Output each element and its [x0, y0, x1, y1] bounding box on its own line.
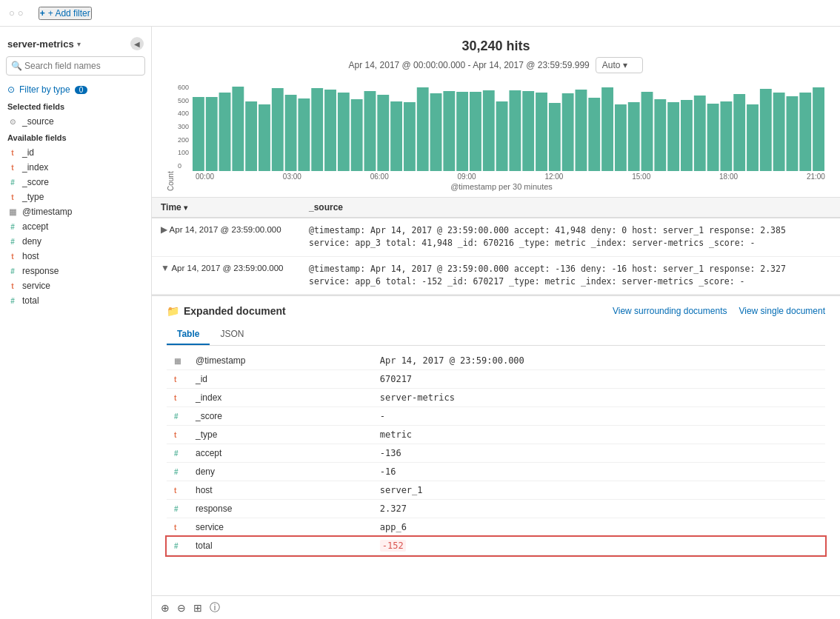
doc-field-value-cell: app_6: [373, 518, 825, 537]
expanded-title-text: Expanded document: [184, 305, 286, 317]
field-type-icon: #: [7, 297, 18, 305]
y-tick-500: 500: [178, 97, 189, 104]
svg-rect-26: [536, 93, 547, 171]
svg-rect-6: [272, 88, 284, 171]
svg-rect-35: [654, 99, 666, 171]
expanded-doc-table: ▦ @timestamp Apr 14, 2017 @ 23:59:00.000…: [167, 352, 825, 555]
x-axis-label: @timestamp per 30 minutes: [178, 182, 825, 191]
field-type-icon: t: [7, 164, 18, 172]
doc-field-value-cell: metric: [373, 426, 825, 444]
x-tick-0300: 03:00: [283, 173, 301, 181]
y-tick-100: 100: [178, 149, 189, 156]
search-field-input[interactable]: [6, 56, 145, 76]
doc-table-row: # deny -16: [167, 463, 825, 481]
svg-rect-21: [470, 92, 481, 171]
field-name-text: _score: [22, 177, 49, 187]
auto-dropdown[interactable]: Auto ▾: [596, 57, 644, 73]
doc-field-value-cell: server_1: [373, 481, 825, 500]
tab-json[interactable]: JSON: [210, 324, 254, 345]
filter-by-type[interactable]: ⊙ Filter by type 0: [0, 81, 151, 98]
doc-table-row: # total -152: [167, 537, 825, 555]
field-item-accept[interactable]: #accept: [0, 219, 151, 234]
view-surrounding-link[interactable]: View surrounding documents: [613, 306, 727, 316]
field-name-text: _type: [22, 192, 44, 202]
svg-rect-24: [509, 90, 521, 171]
field-name-text: @timestamp: [22, 207, 73, 217]
grid-icon[interactable]: ⊞: [193, 602, 202, 614]
index-selector[interactable]: server-metrics ▾: [7, 39, 81, 50]
expand-row-button[interactable]: ▶: [161, 224, 167, 235]
svg-rect-25: [522, 91, 534, 171]
circle-icon2: ○: [18, 7, 24, 19]
zoom-in-icon[interactable]: ⊕: [161, 602, 170, 614]
svg-rect-38: [694, 96, 706, 171]
field-name-text: _id: [22, 147, 34, 158]
expanded-doc: 📁 Expanded document View surrounding doc…: [152, 295, 840, 564]
doc-table-row: t _index server-metrics: [167, 389, 825, 407]
doc-field-name: _index: [188, 389, 373, 407]
y-tick-0: 0: [178, 162, 189, 170]
field-type-icon: ▦: [7, 207, 18, 217]
svg-rect-22: [483, 90, 495, 171]
field-type-icon: #: [7, 267, 18, 275]
svg-rect-5: [259, 104, 270, 171]
field-value: metric: [380, 429, 412, 440]
sort-icon: ▾: [184, 204, 187, 212]
circle-icon: ○: [9, 7, 15, 19]
svg-rect-30: [588, 98, 600, 171]
info-icon[interactable]: ⓘ: [210, 601, 220, 615]
selected-field-source[interactable]: ⊙ _source: [0, 114, 151, 129]
field-item-total[interactable]: #total: [0, 293, 151, 308]
svg-rect-12: [351, 99, 363, 171]
doc-table-row: t service app_6: [167, 518, 825, 537]
doc-field-name: deny: [188, 463, 373, 481]
field-value: server-metrics: [380, 392, 455, 403]
doc-field-value-cell: Apr 14, 2017 @ 23:59:00.000: [373, 352, 825, 370]
doc-field-type: t: [174, 523, 176, 532]
doc-table-row: # accept -136: [167, 444, 825, 463]
field-value: -: [380, 411, 385, 421]
view-single-link[interactable]: View single document: [739, 306, 825, 316]
search-icon: 🔍: [11, 61, 22, 71]
field-item-response[interactable]: #response: [0, 264, 151, 278]
available-fields-header: Available fields: [0, 129, 151, 145]
field-item-deny[interactable]: #deny: [0, 234, 151, 249]
svg-rect-45: [787, 96, 799, 171]
field-item-_type[interactable]: t_type: [0, 190, 151, 204]
svg-rect-47: [813, 87, 824, 171]
zoom-out-icon[interactable]: ⊖: [177, 602, 186, 614]
doc-field-type: t: [174, 431, 176, 439]
doc-field-name: service: [188, 518, 373, 537]
svg-rect-10: [324, 90, 336, 171]
field-item-_score[interactable]: #_score: [0, 175, 151, 190]
y-tick-200: 200: [178, 136, 189, 144]
add-filter-button[interactable]: + + Add filter: [39, 7, 92, 20]
field-item-_id[interactable]: t_id: [0, 145, 151, 160]
field-item-_index[interactable]: t_index: [0, 160, 151, 175]
field-item-service[interactable]: tservice: [0, 278, 151, 293]
field-item-host[interactable]: thost: [0, 249, 151, 264]
tab-table[interactable]: Table: [167, 324, 210, 345]
svg-rect-42: [747, 104, 759, 171]
col-header-source: _source: [300, 198, 840, 218]
field-item-@timestamp[interactable]: ▦@timestamp: [0, 204, 151, 219]
doc-field-type: t: [174, 375, 176, 384]
field-type-icon: t: [7, 252, 18, 261]
field-name-text: response: [22, 266, 59, 276]
filter-icon: ⊙: [7, 84, 15, 95]
chart-area: 30,240 hits Apr 14, 2017 @ 00:00:00.000 …: [152, 27, 840, 197]
collapse-sidebar-button[interactable]: ◀: [130, 37, 144, 50]
available-fields-list: t_idt_index#_scoret_type▦@timestamp#acce…: [0, 145, 151, 308]
time-cell: ▼ Apr 14, 2017 @ 23:59:00.000: [152, 256, 300, 295]
doc-field-name: response: [188, 500, 373, 518]
col-header-time[interactable]: Time ▾: [152, 198, 300, 218]
x-tick-1800: 18:00: [719, 173, 738, 181]
svg-rect-17: [417, 87, 429, 171]
svg-rect-14: [377, 95, 389, 171]
doc-table-row: t _type metric: [167, 426, 825, 444]
field-name-text: total: [22, 295, 39, 306]
selected-fields-header: Selected fields: [0, 98, 151, 114]
doc-table-row: t host server_1: [167, 481, 825, 500]
expand-row-button[interactable]: ▼: [161, 263, 170, 273]
svg-rect-15: [390, 101, 402, 171]
